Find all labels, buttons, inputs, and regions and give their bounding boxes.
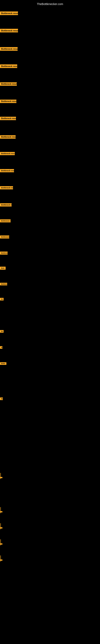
bottleneck-badge: Bottleneck result	[0, 82, 17, 86]
bottleneck-badge: Bottle	[0, 362, 6, 365]
bottleneck-badge: Bottleneck result	[0, 29, 18, 32]
bottleneck-badge: Bottleneck result	[0, 135, 16, 139]
bottleneck-badge: Bottleneck result	[0, 152, 15, 155]
vertical-indicator	[0, 473, 1, 479]
bottleneck-badge: Bottleneck resul	[0, 186, 13, 190]
bottleneck-badge: Bottlenec	[0, 252, 8, 254]
vertical-indicator	[0, 523, 1, 529]
bottleneck-badge: Bottleneck result	[0, 47, 18, 51]
bottleneck-badge: Bottleneck re	[0, 236, 9, 238]
site-title: TheBottlenecker.com	[0, 1, 100, 7]
vertical-indicator	[0, 556, 1, 562]
bottleneck-badge: Bottleneck result	[0, 169, 14, 172]
bottleneck-badge: Bo	[0, 298, 3, 300]
bottleneck-badge: Bottleneck result	[0, 12, 18, 15]
bottleneck-badge: Bottleneck result	[0, 117, 16, 120]
bottleneck-badge: Bott	[0, 267, 6, 270]
bottleneck-badge: Bo	[0, 398, 3, 400]
bottleneck-badge: B	[0, 346, 2, 349]
vertical-indicator	[0, 507, 1, 513]
bottleneck-badge: Bottleneck result	[0, 64, 17, 68]
bottleneck-badge: Bottleneck res	[0, 203, 12, 206]
bottleneck-badge: Bottleneck res	[0, 219, 11, 222]
bottleneck-badge: Bo	[0, 330, 3, 333]
bottleneck-badge: Bottleneck result	[0, 100, 16, 103]
vertical-indicator	[0, 539, 1, 546]
bottleneck-badge: Bottlenec	[0, 283, 7, 285]
